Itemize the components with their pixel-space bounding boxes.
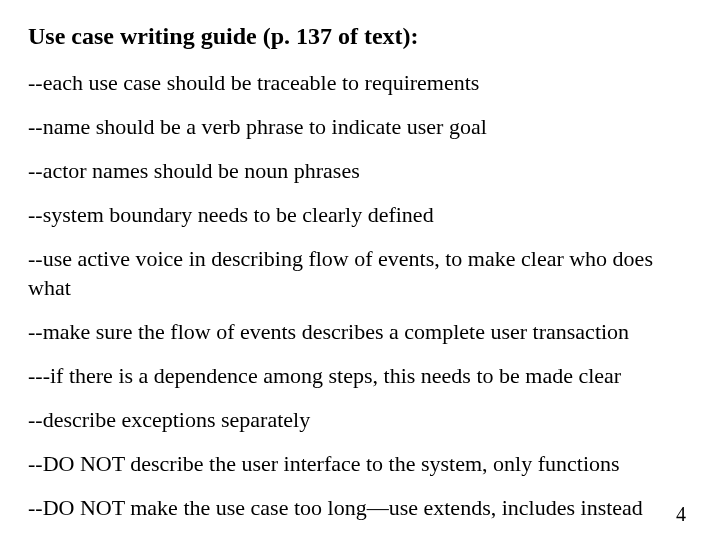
bullet-item: ---if there is a dependence among steps,… [28, 362, 692, 390]
bullet-item: --each use case should be traceable to r… [28, 69, 692, 97]
bullet-item: --actor names should be noun phrases [28, 157, 692, 185]
slide: Use case writing guide (p. 137 of text):… [0, 0, 720, 540]
bullet-item: --DO NOT make the use case too long—use … [28, 494, 692, 522]
page-number: 4 [676, 503, 686, 526]
slide-title: Use case writing guide (p. 137 of text): [28, 22, 692, 51]
bullet-item: --make sure the flow of events describes… [28, 318, 692, 346]
bullet-item: --name should be a verb phrase to indica… [28, 113, 692, 141]
bullet-item: --describe exceptions separately [28, 406, 692, 434]
bullet-item: --DO NOT describe the user interface to … [28, 450, 692, 478]
bullet-item: --system boundary needs to be clearly de… [28, 201, 692, 229]
bullet-item: --use active voice in describing flow of… [28, 245, 692, 301]
